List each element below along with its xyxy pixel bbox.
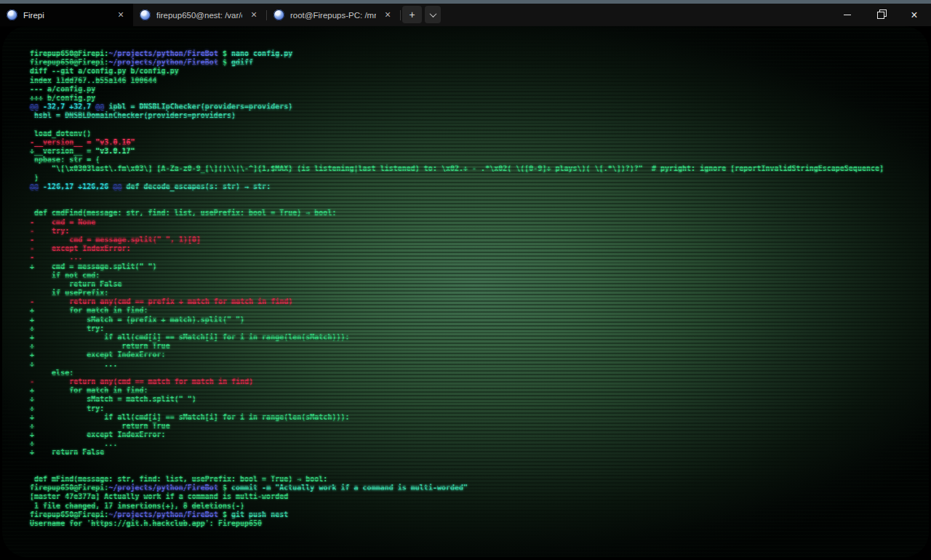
terminal-line: npbase: str = ( [30, 156, 922, 164]
terminal-line [30, 191, 922, 200]
terminal-line: "\[\x0303last\.fm\x03\] [A-Za-z0-9_[\]()… [30, 164, 922, 173]
tab-firepups-pc[interactable]: root@Firepups-PC: /mnt [267, 4, 400, 26]
terminal-line: load_dotenv() [30, 129, 922, 138]
terminal-line: - try: [30, 227, 922, 236]
terminal-line: + try: [30, 324, 922, 333]
new-tab-button[interactable] [402, 6, 422, 23]
terminal-line: firepup650@Firepi:~/projects/python/Fire… [30, 484, 922, 492]
terminal-line: + except IndexError: [30, 351, 922, 359]
close-button[interactable] [898, 4, 931, 26]
terminal-line: -__version__ = "v3.0.16" [30, 138, 922, 147]
terminal-line: +__version__ = "v3.0.17" [30, 147, 922, 156]
restore-button[interactable] [864, 4, 898, 26]
terminal-line: - return any(cmd == match for match in f… [30, 377, 922, 386]
chevron-down-icon [429, 10, 436, 17]
terminal-line: if usePrefix: [30, 289, 922, 297]
terminal-profile-icon [7, 9, 17, 20]
terminal-line [30, 200, 922, 209]
terminal-line: + try: [30, 404, 922, 413]
terminal-line: return False [30, 280, 922, 289]
tab-close-icon[interactable] [382, 9, 393, 21]
terminal-line: firepup650@Firepi:~/projects/python/Fire… [30, 511, 922, 519]
terminal-line: - cmd = message.split(" ", 1)[0] [30, 236, 922, 244]
terminal-line: +++ b/config.py [30, 94, 922, 103]
terminal-line: + except IndexError: [30, 431, 922, 439]
terminal-line: @@ -126,17 +126,26 @@ def decode_escapes… [30, 183, 922, 191]
tab-bar: Firepi firepup650@nest: /var/commu root@… [0, 4, 931, 26]
terminal-line [30, 457, 922, 466]
tab-separator [400, 10, 401, 20]
terminal-line: --- a/config.py [30, 85, 922, 94]
terminal-line: + return True [30, 342, 922, 351]
terminal-line: firepup650@Firepi:~/projects/python/Fire… [30, 58, 922, 67]
terminal-profile-icon [273, 9, 284, 20]
terminal-line: + return False [30, 448, 922, 457]
terminal-line: - except IndexError: [30, 244, 922, 253]
titlebar: Firepi firepup650@nest: /var/commu root@… [0, 0, 931, 26]
terminal-line: - return any(cmd == prefix + match for m… [30, 297, 922, 306]
minimize-button[interactable] [831, 4, 864, 26]
terminal-line: @@ -32,7 +32,7 @@ ipbl = DNSBLIpChecker(… [30, 103, 922, 111]
terminal-line: + if all(cmd[i] == sMatch[i] for i in ra… [30, 413, 922, 422]
terminal-line: + cmd = message.split(" ") [30, 263, 922, 271]
terminal-line: + ... [30, 439, 922, 448]
terminal-line: + if all(cmd[i] == sMatch[i] for i in ra… [30, 333, 922, 342]
tab-title: root@Firepups-PC: /mnt [290, 11, 376, 20]
terminal-line: + for match in find: [30, 386, 922, 395]
minimize-icon [844, 15, 851, 15]
terminal-profile-icon [140, 9, 151, 20]
terminal-line: diff --git a/config.py b/config.py [30, 67, 922, 76]
terminal-line [30, 466, 922, 475]
terminal-line: + ... [30, 360, 922, 369]
terminal-line: [master 47e377a] Actually work if a comm… [30, 492, 922, 501]
terminal-screen[interactable]: firepup650@Firepi:~/projects/python/Fire… [2, 26, 929, 557]
terminal-line: - ... [30, 253, 922, 262]
tab-nest-ssh[interactable]: firepup650@nest: /var/commu [133, 4, 266, 26]
terminal-line: 1 file changed, 17 insertions(+), 8 dele… [30, 502, 922, 511]
terminal-line: def cmdFind(message: str, find: list, us… [30, 209, 922, 217]
terminal-line: if not cmd: [30, 271, 922, 280]
terminal-line: index 11dd767..b55a146 100644 [30, 76, 922, 85]
tab-dropdown-button[interactable] [425, 6, 441, 23]
terminal-line: hsbl = DNSBLDomainChecker(providers=prov… [30, 111, 922, 120]
titlebar-drag-area [442, 4, 831, 26]
plus-icon [409, 9, 415, 20]
terminal-line: def mFind(message: str, find: list, useP… [30, 475, 922, 484]
terminal-line: + return True [30, 422, 922, 431]
terminal-line: ) [30, 174, 922, 183]
terminal-output: firepup650@Firepi:~/projects/python/Fire… [30, 49, 922, 528]
restore-icon [877, 12, 884, 19]
terminal-line: firepup650@Firepi:~/projects/python/Fire… [30, 49, 922, 58]
terminal-line [30, 121, 922, 129]
terminal-line: + sMatch = (prefix + match).split(" ") [30, 316, 922, 324]
tab-close-icon[interactable] [115, 9, 127, 21]
tab-firepi[interactable]: Firepi [0, 4, 133, 26]
terminal-line: else: [30, 369, 922, 377]
close-icon [908, 9, 920, 21]
tab-title: Firepi [23, 11, 109, 20]
terminal-line: Username for 'https://git.h.hackclub.app… [30, 519, 922, 528]
tab-title: firepup650@nest: /var/commu [156, 11, 242, 20]
tab-close-icon[interactable] [248, 9, 260, 21]
terminal-line: + sMatch = match.split(" ") [30, 395, 922, 404]
terminal-line: - cmd = None [30, 218, 922, 227]
terminal-line: + for match in find: [30, 306, 922, 315]
